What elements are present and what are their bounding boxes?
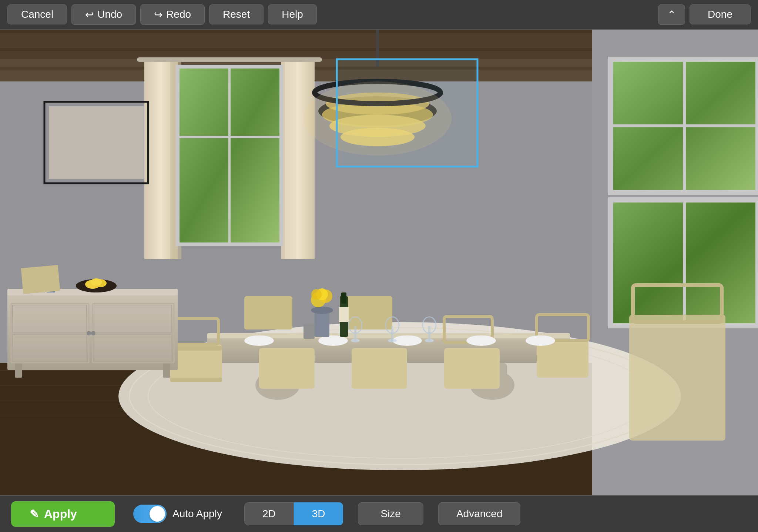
redo-label: Redo bbox=[166, 9, 191, 20]
chevron-up-icon: ⌃ bbox=[667, 9, 676, 20]
svg-point-83 bbox=[244, 335, 274, 346]
svg-point-74 bbox=[91, 331, 95, 335]
svg-rect-78 bbox=[21, 265, 60, 294]
svg-point-84 bbox=[318, 335, 348, 346]
view-3d-button[interactable]: 3D bbox=[294, 502, 343, 525]
svg-rect-61 bbox=[244, 296, 292, 329]
svg-rect-109 bbox=[49, 106, 144, 179]
help-button[interactable]: Help bbox=[268, 4, 317, 24]
svg-rect-66 bbox=[163, 363, 170, 378]
svg-rect-62 bbox=[344, 296, 392, 329]
svg-rect-53 bbox=[170, 346, 222, 351]
svg-rect-89 bbox=[341, 292, 346, 304]
apply-label: Apply bbox=[44, 507, 77, 521]
room-scene bbox=[0, 30, 758, 495]
reset-label: Reset bbox=[223, 9, 250, 20]
svg-rect-55 bbox=[444, 348, 500, 389]
undo-icon: ↩ bbox=[85, 9, 94, 21]
view-3d-label: 3D bbox=[312, 508, 325, 519]
undo-label: Undo bbox=[97, 9, 122, 20]
svg-point-92 bbox=[311, 307, 333, 314]
size-label: Size bbox=[380, 508, 400, 519]
svg-point-86 bbox=[466, 335, 496, 346]
done-label: Done bbox=[708, 9, 732, 20]
scene-area[interactable] bbox=[0, 30, 758, 495]
help-label: Help bbox=[282, 9, 303, 20]
apply-button[interactable]: ✎ Apply bbox=[11, 501, 115, 527]
svg-rect-57 bbox=[537, 341, 588, 378]
svg-rect-54 bbox=[352, 348, 407, 389]
svg-rect-59 bbox=[629, 315, 725, 441]
view-2d-button[interactable]: 2D bbox=[244, 502, 294, 525]
svg-rect-50 bbox=[170, 378, 222, 382]
redo-icon: ↪ bbox=[154, 9, 162, 21]
svg-rect-71 bbox=[94, 305, 172, 333]
svg-rect-72 bbox=[94, 335, 172, 361]
chevron-button[interactable]: ⌃ bbox=[658, 4, 685, 25]
size-button[interactable]: Size bbox=[358, 502, 423, 525]
svg-rect-69 bbox=[13, 335, 87, 361]
auto-apply-group: Auto Apply bbox=[133, 505, 222, 523]
svg-rect-65 bbox=[15, 363, 22, 378]
reset-button[interactable]: Reset bbox=[209, 4, 264, 24]
svg-rect-91 bbox=[315, 311, 329, 337]
toggle-thumb bbox=[150, 506, 165, 522]
done-button[interactable]: Done bbox=[690, 4, 751, 24]
bottom-toolbar: ✎ Apply Auto Apply 2D 3D Size Advanced bbox=[0, 495, 758, 532]
svg-rect-68 bbox=[13, 305, 87, 333]
svg-rect-90 bbox=[339, 307, 349, 322]
view-2d-label: 2D bbox=[262, 508, 276, 519]
undo-button[interactable]: ↩ Undo bbox=[71, 4, 136, 25]
auto-apply-label: Auto Apply bbox=[172, 508, 222, 520]
svg-rect-26 bbox=[137, 57, 322, 62]
auto-apply-toggle[interactable] bbox=[133, 505, 167, 523]
advanced-label: Advanced bbox=[456, 508, 503, 519]
top-toolbar: Cancel ↩ Undo ↪ Redo Reset Help ⌃ Done bbox=[0, 0, 758, 30]
svg-point-82 bbox=[90, 278, 102, 286]
cancel-label: Cancel bbox=[21, 9, 53, 20]
svg-point-96 bbox=[311, 289, 322, 300]
view-mode-group: 2D 3D bbox=[244, 502, 343, 525]
svg-rect-25 bbox=[285, 59, 296, 259]
svg-point-87 bbox=[526, 335, 555, 346]
svg-rect-107 bbox=[337, 59, 477, 167]
advanced-button[interactable]: Advanced bbox=[438, 502, 521, 525]
svg-rect-52 bbox=[259, 348, 315, 389]
apply-icon: ✎ bbox=[30, 508, 39, 521]
redo-button[interactable]: ↪ Redo bbox=[140, 4, 205, 25]
cancel-button[interactable]: Cancel bbox=[7, 4, 67, 24]
svg-rect-106 bbox=[303, 324, 315, 339]
svg-point-73 bbox=[87, 331, 91, 335]
